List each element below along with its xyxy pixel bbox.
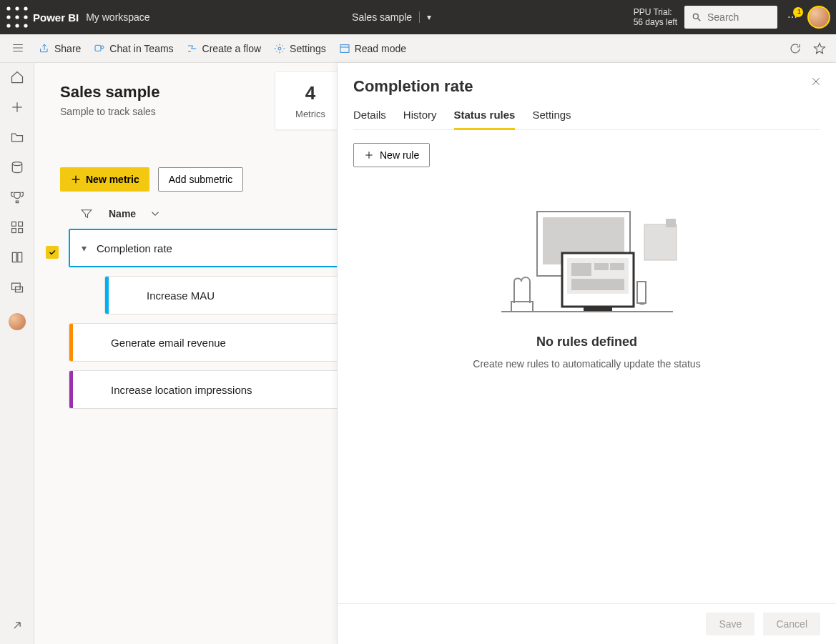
favorite-icon[interactable] [813, 42, 826, 55]
data-icon[interactable] [10, 160, 24, 174]
svg-point-16 [278, 47, 281, 50]
search-input[interactable] [707, 11, 764, 23]
row-checkbox[interactable] [46, 246, 59, 259]
svg-point-7 [15, 24, 19, 27]
search-icon [692, 12, 702, 22]
tab-status-rules[interactable]: Status rules [454, 109, 516, 130]
create-flow-button[interactable]: Create a flow [187, 43, 261, 54]
share-button[interactable]: Share [39, 43, 81, 54]
svg-point-1 [15, 6, 19, 10]
kpi-metrics[interactable]: 4 Metrics [275, 71, 346, 130]
svg-rect-41 [571, 279, 624, 290]
divider [419, 11, 420, 23]
refresh-icon[interactable] [789, 42, 802, 55]
plus-icon[interactable] [10, 100, 24, 114]
empty-state-illustration [494, 203, 680, 317]
svg-rect-25 [18, 229, 22, 233]
trophy-icon[interactable] [10, 190, 24, 204]
svg-point-2 [24, 6, 27, 10]
svg-point-3 [6, 15, 10, 19]
close-icon[interactable] [810, 76, 822, 89]
app-launcher-icon[interactable] [6, 6, 29, 29]
folder-icon[interactable] [10, 130, 24, 144]
panel-title: Completion rate [353, 77, 820, 96]
status-accent [69, 324, 73, 361]
current-file-name[interactable]: Sales sample [352, 11, 412, 23]
svg-rect-24 [11, 229, 16, 233]
chevron-down-icon[interactable] [149, 207, 162, 220]
cancel-button[interactable]: Cancel [763, 613, 820, 635]
svg-point-15 [101, 46, 104, 49]
more-options-icon[interactable]: ⋯1 [787, 11, 797, 23]
svg-point-8 [24, 24, 27, 27]
chevron-down-icon[interactable]: ▾ [82, 242, 87, 254]
svg-rect-14 [95, 45, 101, 51]
svg-point-21 [12, 162, 21, 166]
apps-icon[interactable] [10, 220, 24, 234]
svg-point-5 [24, 15, 27, 19]
status-accent [105, 277, 109, 314]
kpi-value: 4 [295, 82, 325, 104]
brand-label: Power BI [33, 11, 79, 24]
svg-rect-17 [340, 44, 349, 52]
kpi-label: Metrics [295, 109, 325, 119]
chat-in-teams-button[interactable]: Chat in Teams [94, 43, 173, 54]
svg-rect-22 [11, 222, 16, 227]
filter-icon[interactable] [80, 207, 93, 220]
svg-rect-40 [610, 263, 624, 270]
search-box[interactable] [684, 6, 777, 29]
svg-point-9 [693, 14, 698, 19]
read-mode-button[interactable]: Read mode [339, 43, 406, 54]
topbar: Power BI My workspace Sales sample ▾ PPU… [0, 0, 836, 34]
home-icon[interactable] [10, 70, 24, 84]
svg-point-6 [6, 24, 10, 27]
details-panel: Completion rate Details History Status r… [337, 63, 836, 644]
tab-details[interactable]: Details [353, 109, 386, 129]
svg-rect-43 [644, 224, 677, 260]
new-rule-button[interactable]: New rule [353, 143, 430, 167]
svg-rect-44 [666, 219, 676, 227]
tab-settings[interactable]: Settings [532, 109, 571, 129]
svg-line-10 [698, 19, 701, 21]
hamburger-icon[interactable] [11, 41, 24, 56]
tab-history[interactable]: History [403, 109, 437, 129]
empty-state-subtitle: Create new rules to automatically update… [473, 358, 700, 370]
trial-status[interactable]: PPU Trial: 56 days left [634, 7, 677, 27]
add-submetric-button[interactable]: Add submetric [158, 167, 243, 192]
learn-icon[interactable] [10, 250, 24, 264]
workspace-name[interactable]: My workspace [86, 11, 149, 23]
svg-point-0 [6, 6, 10, 10]
chevron-down-icon[interactable]: ▾ [427, 12, 431, 22]
expand-icon[interactable] [10, 618, 24, 633]
svg-rect-42 [584, 307, 612, 311]
avatar[interactable] [807, 6, 830, 29]
settings-button[interactable]: Settings [274, 43, 326, 54]
svg-rect-38 [571, 263, 591, 276]
status-accent [69, 371, 73, 408]
empty-state: No rules defined Create new rules to aut… [353, 203, 820, 370]
empty-state-title: No rules defined [536, 335, 637, 350]
workspace-icon[interactable] [10, 280, 24, 294]
name-column-header[interactable]: Name [109, 208, 136, 219]
svg-rect-39 [594, 263, 609, 270]
new-metric-button[interactable]: New metric [60, 167, 149, 192]
svg-point-4 [15, 15, 19, 19]
left-rail [0, 63, 34, 644]
rail-avatar[interactable] [9, 313, 26, 330]
svg-rect-23 [18, 222, 22, 227]
svg-rect-45 [511, 302, 533, 312]
save-button[interactable]: Save [706, 613, 754, 635]
command-bar: Share Chat in Teams Create a flow Settin… [0, 34, 836, 63]
